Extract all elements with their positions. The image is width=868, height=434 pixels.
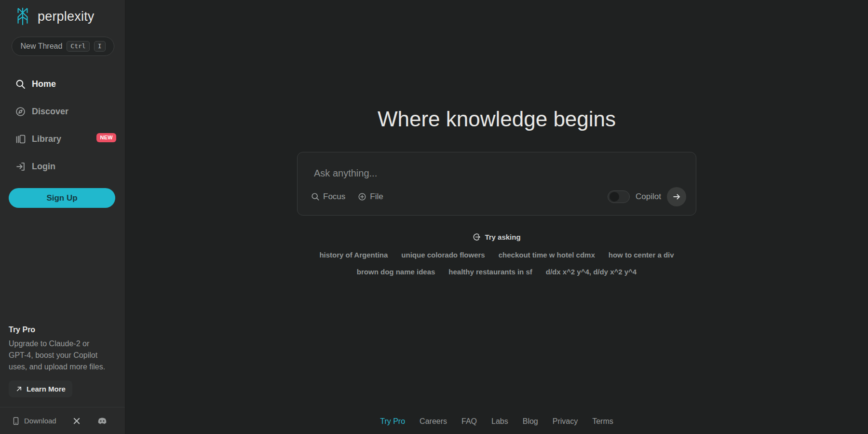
suggestion-chip[interactable]: healthy restaurants in sf <box>448 268 532 276</box>
suggestion-row-2: brown dog name ideas healthy restaurants… <box>357 268 637 276</box>
perplexity-logo-icon <box>13 6 33 27</box>
brand-logo[interactable]: perplexity <box>0 0 125 28</box>
download-label: Download <box>24 417 56 425</box>
footer-link-terms[interactable]: Terms <box>592 417 613 426</box>
arrow-up-right-icon <box>15 385 23 393</box>
x-icon[interactable] <box>73 417 81 425</box>
footer-link-labs[interactable]: Labs <box>491 417 508 426</box>
sidebar-item-label: Library <box>32 134 61 144</box>
sidebar-item-label: Home <box>32 79 56 89</box>
submit-button[interactable] <box>667 187 686 206</box>
sidebar-item-discover[interactable]: Discover <box>0 98 125 125</box>
file-button[interactable]: File <box>358 192 383 202</box>
sidebar-item-library[interactable]: Library NEW <box>0 125 125 153</box>
suggestion-chip[interactable]: how to center a div <box>609 251 674 259</box>
footer-link-blog[interactable]: Blog <box>523 417 538 426</box>
phone-icon <box>12 417 20 425</box>
compass-icon <box>15 107 26 117</box>
sidebar-item-home[interactable]: Home <box>0 70 125 98</box>
sidebar: perplexity New Thread Ctrl I Home Discov… <box>0 0 125 434</box>
learn-more-label: Learn More <box>27 385 66 393</box>
new-thread-label: New Thread <box>21 42 63 51</box>
focus-label: Focus <box>323 192 345 202</box>
kbd-ctrl: Ctrl <box>67 41 89 52</box>
copilot-label: Copilot <box>636 192 661 202</box>
kbd-i: I <box>94 41 106 52</box>
footer-link-faq[interactable]: FAQ <box>461 417 477 426</box>
sidebar-item-label: Login <box>32 162 55 172</box>
try-asking-label: Try asking <box>485 233 520 241</box>
search-input[interactable]: Ask anything... <box>314 168 377 179</box>
sidebar-item-label: Discover <box>32 107 68 117</box>
search-icon <box>311 192 320 201</box>
footer-link-privacy[interactable]: Privacy <box>553 417 578 426</box>
arrow-right-icon <box>672 192 681 201</box>
suggestion-chip[interactable]: d/dx x^2 y^4, d/dy x^2 y^4 <box>546 268 637 276</box>
new-thread-button[interactable]: New Thread Ctrl I <box>12 37 114 56</box>
suggestion-chip[interactable]: checkout time w hotel cdmx <box>499 251 595 259</box>
footer-links: Try Pro Careers FAQ Labs Blog Privacy Te… <box>380 417 613 426</box>
search-controls: Focus File Copilot <box>311 187 686 206</box>
footer-link-try-pro[interactable]: Try Pro <box>380 417 405 426</box>
copilot-toggle-knob <box>610 192 619 202</box>
try-pro-panel: Try Pro Upgrade to Claude-2 or GPT-4, bo… <box>0 326 125 397</box>
sidebar-nav: Home Discover Library NEW <box>0 70 125 180</box>
try-pro-description: Upgrade to Claude-2 or GPT-4, boost your… <box>9 338 109 373</box>
sidebar-spacer <box>0 208 125 326</box>
suggestion-chip[interactable]: unique colorado flowers <box>401 251 485 259</box>
suggestion-row-1: history of Argentina unique colorado flo… <box>319 251 674 259</box>
download-button[interactable]: Download <box>12 417 56 425</box>
focus-button[interactable]: Focus <box>311 192 345 202</box>
search-controls-left: Focus File <box>311 192 383 202</box>
plus-circle-icon <box>358 192 366 201</box>
footer-link-careers[interactable]: Careers <box>420 417 447 426</box>
file-label: File <box>370 192 383 202</box>
brand-name: perplexity <box>38 9 95 24</box>
discord-icon[interactable] <box>97 416 108 426</box>
library-icon <box>15 134 26 144</box>
main-content: Where knowledge begins Ask anything... F… <box>125 0 868 434</box>
suggestion-chip[interactable]: brown dog name ideas <box>357 268 435 276</box>
try-pro-title: Try Pro <box>9 326 116 334</box>
search-box[interactable]: Ask anything... Focus <box>297 152 696 216</box>
sign-up-button[interactable]: Sign Up <box>9 188 115 208</box>
copilot-toggle[interactable] <box>608 190 630 203</box>
try-asking-header: Try asking <box>473 233 520 241</box>
sidebar-item-login[interactable]: Login <box>0 153 125 180</box>
page-title: Where knowledge begins <box>378 107 616 131</box>
search-icon <box>15 79 26 89</box>
suggestion-chip[interactable]: history of Argentina <box>319 251 388 259</box>
new-badge: NEW <box>96 133 116 142</box>
sign-in-icon <box>15 162 26 172</box>
search-controls-right: Copilot <box>608 187 686 206</box>
sidebar-bottom-bar: Download <box>0 407 125 434</box>
arrow-circle-icon <box>473 233 481 241</box>
learn-more-button[interactable]: Learn More <box>9 380 72 397</box>
